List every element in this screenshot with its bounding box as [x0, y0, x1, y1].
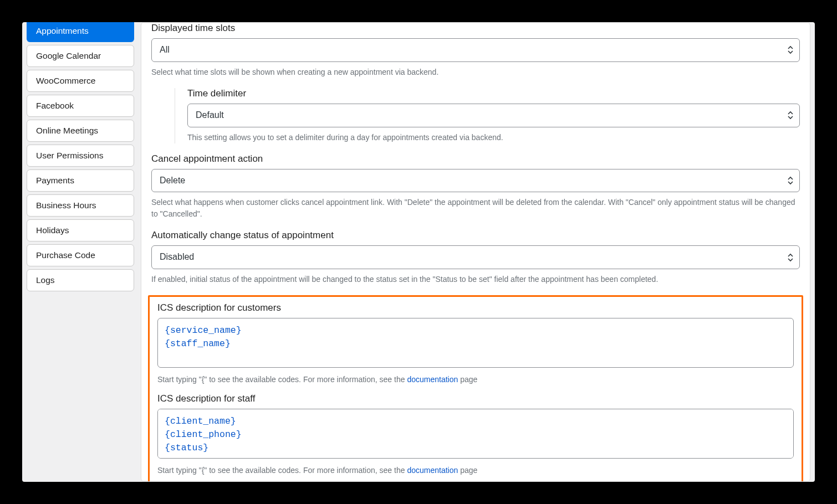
sidebar-item-appointments[interactable]: Appointments [27, 22, 134, 42]
setting-ics-staff: ICS description for staff Start typing "… [157, 393, 794, 476]
setting-help: This setting allows you to set a delimit… [187, 132, 800, 143]
sidebar-item-holidays[interactable]: Holidays [27, 219, 134, 241]
auto-status-select[interactable]: Disabled [151, 245, 800, 269]
sidebar-item-payments[interactable]: Payments [27, 169, 134, 192]
sidebar-item-label: Online Meetings [36, 126, 98, 135]
help-text: page [458, 375, 477, 384]
setting-label: ICS description for customers [157, 302, 794, 313]
documentation-link[interactable]: documentation [407, 375, 458, 384]
sidebar-item-woocommerce[interactable]: WooCommerce [27, 70, 134, 92]
setting-time-delimiter: Time delimiter Default This setting allo… [175, 88, 800, 143]
sidebar-item-online-meetings[interactable]: Online Meetings [27, 120, 134, 142]
settings-panel: Displayed time slots All Select what tim… [141, 22, 810, 482]
ics-staff-textarea[interactable] [157, 409, 794, 459]
sidebar-item-purchase-code[interactable]: Purchase Code [27, 244, 134, 266]
setting-displayed-time-slots: Displayed time slots All Select what tim… [151, 23, 800, 78]
setting-help: If enabled, initial status of the appoin… [151, 274, 800, 285]
sidebar-item-label: Payments [36, 176, 74, 185]
sidebar-item-logs[interactable]: Logs [27, 269, 134, 291]
sidebar-item-label: WooCommerce [36, 76, 95, 85]
sidebar-item-label: Business Hours [36, 200, 96, 210]
setting-label: Cancel appointment action [151, 153, 800, 164]
setting-label: Automatically change status of appointme… [151, 230, 800, 241]
setting-label: ICS description for staff [157, 393, 794, 404]
sidebar-item-label: Logs [36, 275, 55, 285]
ics-customers-textarea[interactable] [157, 318, 794, 368]
sidebar-item-business-hours[interactable]: Business Hours [27, 194, 134, 217]
settings-sidebar: Appointments Google Calendar WooCommerce… [22, 22, 139, 482]
help-text: Start typing "{" to see the available co… [157, 466, 407, 475]
sidebar-item-label: Appointments [36, 26, 89, 35]
sidebar-item-label: Purchase Code [36, 250, 95, 260]
help-text: Start typing "{" to see the available co… [157, 375, 407, 384]
sidebar-item-google-calendar[interactable]: Google Calendar [27, 45, 134, 67]
cancel-action-select[interactable]: Delete [151, 169, 800, 193]
setting-help: Start typing "{" to see the available co… [157, 465, 794, 476]
setting-cancel-action: Cancel appointment action Delete Select … [151, 153, 800, 220]
setting-help: Start typing "{" to see the available co… [157, 374, 794, 385]
help-text: page [458, 466, 477, 475]
time-delimiter-select[interactable]: Default [187, 104, 800, 127]
setting-ics-customers: ICS description for customers Start typi… [157, 302, 794, 385]
sidebar-item-user-permissions[interactable]: User Permissions [27, 145, 134, 167]
setting-help: Select what happens when customer clicks… [151, 197, 800, 220]
documentation-link[interactable]: documentation [407, 466, 458, 475]
sidebar-nav: Appointments Google Calendar WooCommerce… [22, 22, 139, 291]
setting-help: Select what time slots will be shown whe… [151, 66, 800, 78]
ics-highlight-region: ICS description for customers Start typi… [148, 295, 803, 482]
displayed-time-slots-select[interactable]: All [151, 38, 800, 62]
sidebar-item-label: Holidays [36, 225, 69, 235]
setting-auto-status: Automatically change status of appointme… [151, 230, 800, 285]
sidebar-item-label: Google Calendar [36, 51, 101, 60]
setting-label: Displayed time slots [151, 23, 800, 34]
setting-label: Time delimiter [187, 88, 800, 99]
sidebar-item-facebook[interactable]: Facebook [27, 95, 134, 117]
sidebar-item-label: User Permissions [36, 151, 103, 160]
sidebar-item-label: Facebook [36, 101, 74, 110]
